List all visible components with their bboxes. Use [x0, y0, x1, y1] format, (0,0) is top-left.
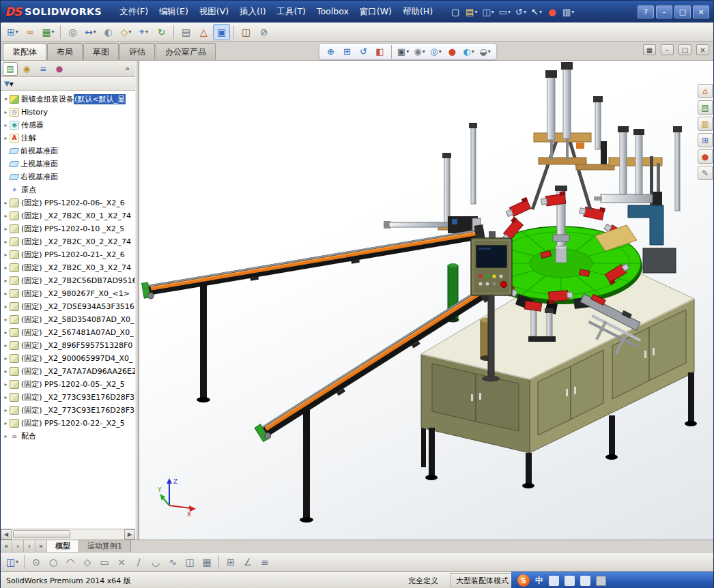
tree-item[interactable]: ▸(固定) _X2_7B2C_X0_1_X2_74 [2, 209, 135, 222]
zoom-area-icon[interactable]: ⊞ [339, 44, 355, 59]
tile-windows-button[interactable]: ▦ [643, 44, 656, 55]
tree-hscrollbar[interactable]: ◀ ▶ [1, 529, 135, 540]
tree-expander-icon[interactable]: ▸ [2, 291, 10, 297]
file-explorer-icon[interactable]: ▥ [698, 117, 713, 131]
linear-component-pattern-icon[interactable]: ▦▾ [40, 24, 57, 40]
new-motion-study-icon[interactable]: ↻ [153, 24, 170, 40]
tree-item[interactable]: 前视基准面 [2, 145, 135, 158]
smart-dimension-icon[interactable]: ∠ [240, 554, 256, 570]
scroll-thumb[interactable] [13, 530, 70, 538]
dropdown-caret-icon[interactable]: ▾ [145, 29, 148, 35]
polygon-icon[interactable]: ◇ [79, 554, 96, 570]
tree-item[interactable]: ▸(固定) _X2_7B2C_X0_3_X2_74 [2, 261, 135, 274]
menu-item[interactable]: 工具(T) [272, 4, 311, 20]
ime-symbol-icon[interactable] [565, 576, 575, 586]
tower-center[interactable] [532, 62, 614, 209]
tree-root-item[interactable]: ▾眼镜盒组装设备 (默认<默认_显 [2, 93, 135, 106]
tree-item[interactable]: ▸◷History [2, 106, 135, 119]
tree-expander-icon[interactable]: ▸ [2, 135, 10, 141]
tree-expander-icon[interactable]: ▸ [2, 317, 10, 323]
tangent-arc-icon[interactable]: ◡ [147, 554, 164, 570]
circle-icon[interactable]: ⊙ [28, 554, 44, 570]
insert-components-icon[interactable]: ⊞▾ [4, 24, 21, 40]
menu-item[interactable]: 窗口(W) [354, 4, 397, 20]
menu-item[interactable]: 帮助(H) [397, 4, 438, 20]
doc-close-button[interactable]: × [696, 44, 709, 55]
tree-item[interactable]: ▸A注解 [2, 132, 135, 145]
tree-expander-icon[interactable]: ▸ [2, 278, 10, 284]
displaymanager-tab-icon[interactable]: ● [52, 62, 67, 76]
dropdown-caret-icon[interactable]: ▾ [52, 29, 55, 35]
tree-item[interactable]: 上视基准面 [2, 158, 135, 171]
filter-icon[interactable]: ▼▾ [3, 78, 14, 89]
tree-item[interactable]: ▸(固定) PPS-1202-0-22-_X2_5 [2, 417, 135, 430]
save-icon[interactable]: ◫▾ [4, 554, 20, 570]
tree-item[interactable]: ▸(固定) _X2_7A7A7AD96AA26E2 [2, 365, 135, 378]
corner-rectangle-icon[interactable]: ▭ [96, 554, 113, 570]
appearances-scenes-icon[interactable]: ● [698, 149, 713, 164]
tree-expander-icon[interactable]: ▸ [2, 109, 10, 115]
commandmanager-tab[interactable]: 装配体 [3, 43, 46, 60]
mirror-entities-icon[interactable]: ◫ [182, 554, 198, 570]
exploded-view-icon[interactable]: △ [195, 24, 212, 40]
dropdown-caret-icon[interactable]: ▾ [524, 9, 526, 15]
dropdown-caret-icon[interactable]: ▾ [406, 48, 409, 55]
tree-expander-icon[interactable]: ▸ [2, 368, 10, 374]
apply-scene-icon[interactable]: ◐▾ [461, 44, 476, 59]
section-view-icon[interactable]: ◧ [372, 44, 388, 59]
tree-expander-icon[interactable]: ▸ [2, 420, 10, 426]
doc-minimize-button[interactable]: – [661, 44, 674, 55]
tree-expander-icon[interactable]: ▸ [2, 381, 10, 387]
show-hidden-components-icon[interactable]: ◐ [100, 24, 117, 40]
minimize-button[interactable]: – [656, 5, 672, 18]
undo-icon[interactable]: ↺▾ [513, 4, 528, 19]
dropdown-caret-icon[interactable]: ▾ [508, 9, 511, 15]
open-icon[interactable]: ▤▾ [463, 4, 479, 19]
menu-item[interactable]: 文件(F) [114, 4, 154, 20]
commandmanager-tab[interactable]: 评估 [119, 43, 155, 60]
dropdown-caret-icon[interactable]: ▾ [472, 48, 474, 55]
tree-item[interactable]: ▸(固定) PPS-1202-0-21-_X2_6 [2, 248, 135, 261]
tree-expander-icon[interactable]: ▾ [2, 96, 10, 102]
display-style-icon[interactable]: ◉▾ [412, 44, 427, 59]
tree-expander-icon[interactable]: ▸ [2, 252, 10, 258]
graphics-viewport[interactable]: Z X Y [139, 61, 713, 540]
tree-item[interactable]: ▸(固定) PPS-1202-0-10 _X2_5 [2, 222, 135, 235]
dropdown-caret-icon[interactable]: ▾ [423, 48, 425, 55]
view-orientation-icon[interactable]: ▣▾ [395, 44, 411, 59]
ellipse-icon[interactable]: ○ [45, 554, 61, 570]
dropdown-caret-icon[interactable]: ▾ [488, 48, 491, 55]
model-3d-view[interactable] [139, 61, 713, 540]
tree-item[interactable]: 右视基准面 [2, 171, 135, 183]
tree-expander-icon[interactable]: ▸ [2, 226, 10, 232]
commandmanager-tab[interactable]: 布局 [47, 43, 83, 60]
sketch-settings-icon[interactable]: ≡ [257, 554, 273, 570]
dropdown-caret-icon[interactable]: ▾ [94, 29, 96, 35]
reference-geometry-icon[interactable]: ⌖▾ [135, 24, 152, 40]
instant3d-icon[interactable]: ▣ [213, 24, 230, 40]
move-component-icon[interactable]: ↔▾ [82, 24, 99, 40]
commandmanager-tab[interactable]: 办公室产品 [156, 43, 216, 60]
study-tab[interactable]: 运动算例1 [79, 540, 131, 552]
doc-restore-button[interactable]: □ [679, 44, 691, 55]
large-assembly-mode-icon[interactable]: ◫ [238, 24, 255, 40]
tree-item[interactable]: ▸(固定) _X2_773C93E176D28F3 [2, 404, 135, 417]
featuremanager-tree-tab-icon[interactable]: ▤ [3, 62, 18, 76]
tree-expander-icon[interactable]: ▸ [2, 407, 10, 413]
panel-overflow-button[interactable]: » [122, 64, 133, 73]
menu-item[interactable]: 编辑(E) [154, 4, 194, 20]
scroll-left-button[interactable]: ◀ [1, 529, 12, 540]
tree-expander-icon[interactable]: ▸ [2, 265, 10, 271]
tree-item[interactable]: ▸(固定) _X2_900065997D4_X0_ [2, 352, 135, 365]
design-library-icon[interactable]: ▤ [698, 100, 713, 115]
view-palette-icon[interactable]: ⊞ [698, 133, 713, 147]
tree-item[interactable]: ▸(固定) _X2_58D354087AD_X0_ [2, 313, 135, 326]
new-document-icon[interactable]: ▢ [448, 4, 463, 19]
ime-toolbar-icon[interactable] [596, 576, 606, 586]
tree-expander-icon[interactable]: ▸ [2, 200, 10, 206]
tab-scroll-button[interactable]: » [35, 540, 47, 552]
tree-expander-icon[interactable]: ▸ [2, 342, 10, 349]
linear-sketch-pattern-icon[interactable]: ▦ [199, 554, 215, 570]
dropdown-caret-icon[interactable]: ▾ [491, 9, 494, 15]
help-button[interactable]: ? [638, 5, 654, 18]
